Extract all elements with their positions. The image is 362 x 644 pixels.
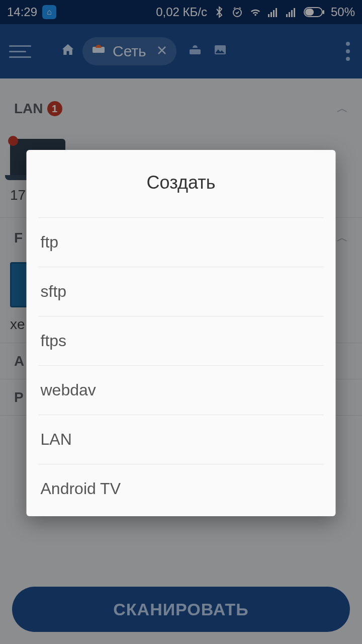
- dialog-option-lan[interactable]: LAN: [39, 415, 324, 464]
- create-dialog: Создать ftp sftp ftps webdav LAN Android…: [27, 150, 336, 516]
- dialog-option-androidtv[interactable]: Android TV: [39, 464, 324, 513]
- dialog-option-ftps[interactable]: ftps: [39, 316, 324, 365]
- dialog-option-list: ftp sftp ftps webdav LAN Android TV: [27, 217, 336, 516]
- dialog-title: Создать: [27, 150, 336, 217]
- dialog-option-sftp[interactable]: sftp: [39, 267, 324, 316]
- dialog-option-ftp[interactable]: ftp: [39, 217, 324, 267]
- dialog-option-webdav[interactable]: webdav: [39, 365, 324, 415]
